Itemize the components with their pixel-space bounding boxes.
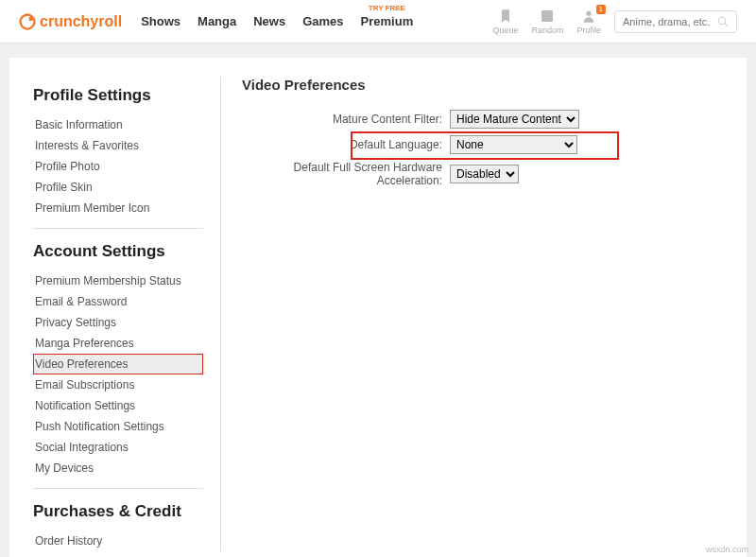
section-account-title: Account Settings <box>33 228 203 261</box>
sidebar: Profile Settings Basic Information Inter… <box>33 77 203 551</box>
sidebar-item-premium-status[interactable]: Premium Membership Status <box>33 270 203 291</box>
sidebar-item-email-subs[interactable]: Email Subscriptions <box>33 374 203 395</box>
section-purchases-title: Purchases & Credit <box>33 488 203 521</box>
nav-shows[interactable]: Shows <box>141 14 180 28</box>
logo[interactable]: crunchyroll <box>19 13 122 30</box>
nav-games[interactable]: Games <box>302 14 343 28</box>
crunchyroll-icon <box>19 13 36 30</box>
sidebar-item-notifications[interactable]: Notification Settings <box>33 395 203 416</box>
sidebar-item-privacy[interactable]: Privacy Settings <box>33 312 203 333</box>
main-nav: Shows Manga News Games TRY FREE Premium <box>141 14 413 28</box>
random-button[interactable]: Random <box>531 9 563 35</box>
logo-text: crunchyroll <box>40 13 122 30</box>
sidebar-item-manga-prefs[interactable]: Manga Preferences <box>33 333 203 354</box>
dice-icon <box>540 9 555 24</box>
svg-line-5 <box>724 23 727 26</box>
label-default-language: Default Language: <box>242 138 450 151</box>
purchases-items: Order History <box>33 531 203 551</box>
sidebar-item-devices[interactable]: My Devices <box>33 458 203 479</box>
sidebar-item-social[interactable]: Social Integrations <box>33 437 203 458</box>
try-free-label: TRY FREE <box>361 4 414 12</box>
nav-manga[interactable]: Manga <box>198 14 236 28</box>
notification-badge: 1 <box>596 5 606 14</box>
search-input[interactable] <box>623 16 717 27</box>
select-hw-accel[interactable]: Disabled <box>450 165 519 183</box>
sidebar-item-profile-photo[interactable]: Profile Photo <box>33 156 203 177</box>
profile-button[interactable]: 1 Profile <box>576 9 601 35</box>
nav-premium[interactable]: TRY FREE Premium <box>361 14 414 28</box>
row-mature-filter: Mature Content Filter: Hide Mature Conte… <box>242 110 723 129</box>
queue-button[interactable]: Queue <box>492 9 518 35</box>
row-hw-accel: Default Full Screen Hardware Acceleratio… <box>242 161 723 187</box>
svg-point-0 <box>21 14 35 28</box>
search-box[interactable] <box>614 10 737 33</box>
sidebar-item-video-prefs[interactable]: Video Preferences <box>33 354 203 374</box>
svg-rect-2 <box>541 10 553 22</box>
page-title: Video Preferences <box>242 77 723 93</box>
sidebar-item-premium-icon[interactable]: Premium Member Icon <box>33 198 203 218</box>
svg-point-4 <box>718 17 725 24</box>
sidebar-item-interests[interactable]: Interests & Favorites <box>33 135 203 156</box>
select-default-language[interactable]: None <box>450 135 577 154</box>
user-icon <box>581 9 596 24</box>
vertical-divider <box>220 77 221 551</box>
row-default-language: Default Language: None <box>242 135 723 154</box>
select-mature-filter[interactable]: Hide Mature Content <box>450 110 579 129</box>
sidebar-item-basic-info[interactable]: Basic Information <box>33 114 203 135</box>
sidebar-item-push-notifications[interactable]: Push Notification Settings <box>33 416 203 437</box>
svg-point-3 <box>587 10 592 15</box>
sidebar-item-email-password[interactable]: Email & Password <box>33 291 203 312</box>
section-profile-title: Profile Settings <box>33 86 203 105</box>
profile-items: Basic Information Interests & Favorites … <box>33 114 203 218</box>
nav-news[interactable]: News <box>253 14 285 28</box>
account-items: Premium Membership Status Email & Passwo… <box>33 270 203 479</box>
page-container: Profile Settings Basic Information Inter… <box>9 58 747 557</box>
bookmark-icon <box>498 9 513 24</box>
label-mature-filter: Mature Content Filter: <box>242 113 450 126</box>
sidebar-item-profile-skin[interactable]: Profile Skin <box>33 177 203 198</box>
label-hw-accel: Default Full Screen Hardware Acceleratio… <box>242 161 450 187</box>
topbar-right: Queue Random 1 Profile <box>492 9 737 35</box>
search-icon <box>717 15 729 28</box>
sidebar-item-order-history[interactable]: Order History <box>33 531 203 551</box>
top-bar: crunchyroll Shows Manga News Games TRY F… <box>0 0 756 44</box>
content-area: Video Preferences Mature Content Filter:… <box>242 77 723 551</box>
svg-point-1 <box>29 16 34 21</box>
watermark: wsxdn.com <box>706 545 748 554</box>
